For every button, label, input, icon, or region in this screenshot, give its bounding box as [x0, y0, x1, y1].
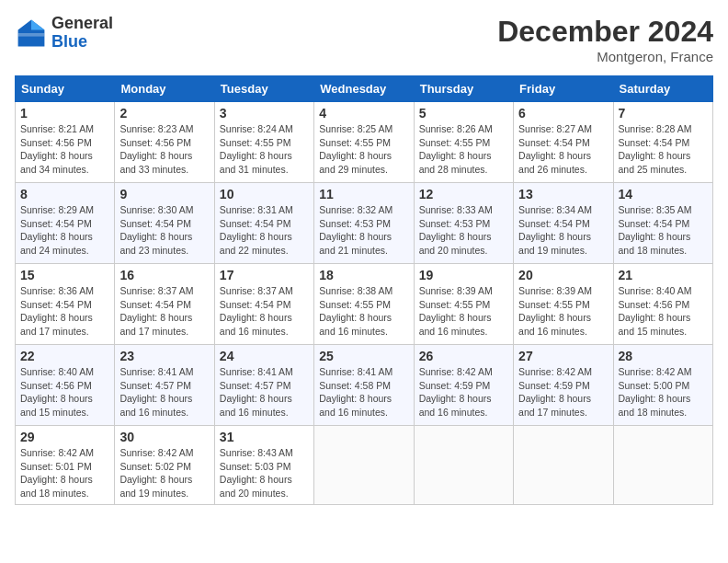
calendar-body: 1Sunrise: 8:21 AM Sunset: 4:56 PM Daylig… — [16, 102, 713, 505]
logo-blue: Blue — [51, 32, 87, 51]
day-info: Sunrise: 8:29 AM Sunset: 4:54 PM Dayligh… — [20, 203, 109, 258]
calendar-cell: 6Sunrise: 8:27 AM Sunset: 4:54 PM Daylig… — [514, 102, 613, 183]
day-number: 23 — [119, 349, 209, 363]
day-number: 13 — [518, 187, 608, 201]
day-number: 27 — [518, 349, 608, 363]
day-info: Sunrise: 8:30 AM Sunset: 4:54 PM Dayligh… — [119, 203, 209, 258]
title-area: December 2024 Montgeron, France — [497, 15, 713, 64]
calendar-cell: 15Sunrise: 8:36 AM Sunset: 4:54 PM Dayli… — [16, 264, 115, 345]
day-info: Sunrise: 8:34 AM Sunset: 4:54 PM Dayligh… — [518, 203, 608, 258]
calendar: SundayMondayTuesdayWednesdayThursdayFrid… — [15, 75, 713, 505]
day-info: Sunrise: 8:28 AM Sunset: 4:54 PM Dayligh… — [619, 122, 708, 177]
day-info: Sunrise: 8:35 AM Sunset: 4:54 PM Dayligh… — [619, 203, 708, 258]
day-info: Sunrise: 8:21 AM Sunset: 4:56 PM Dayligh… — [20, 122, 109, 177]
day-info: Sunrise: 8:37 AM Sunset: 4:54 PM Dayligh… — [119, 284, 209, 339]
day-number: 9 — [119, 187, 209, 201]
weekday-sunday: Sunday — [16, 76, 115, 102]
weekday-header-row: SundayMondayTuesdayWednesdayThursdayFrid… — [16, 76, 713, 102]
day-number: 25 — [319, 349, 408, 363]
calendar-cell — [514, 426, 613, 505]
month-title: December 2024 — [497, 15, 713, 49]
day-number: 10 — [220, 187, 309, 201]
day-info: Sunrise: 8:41 AM Sunset: 4:57 PM Dayligh… — [119, 365, 209, 419]
day-number: 17 — [220, 268, 309, 282]
calendar-cell: 31Sunrise: 8:43 AM Sunset: 5:03 PM Dayli… — [214, 426, 313, 505]
calendar-cell — [414, 426, 513, 505]
calendar-cell: 30Sunrise: 8:42 AM Sunset: 5:02 PM Dayli… — [115, 426, 214, 505]
calendar-cell: 25Sunrise: 8:41 AM Sunset: 4:58 PM Dayli… — [314, 345, 414, 426]
day-info: Sunrise: 8:39 AM Sunset: 4:55 PM Dayligh… — [419, 284, 508, 339]
day-info: Sunrise: 8:41 AM Sunset: 4:58 PM Dayligh… — [319, 365, 408, 419]
calendar-cell: 4Sunrise: 8:25 AM Sunset: 4:55 PM Daylig… — [314, 102, 414, 183]
day-info: Sunrise: 8:33 AM Sunset: 4:53 PM Dayligh… — [419, 203, 508, 258]
calendar-cell: 14Sunrise: 8:35 AM Sunset: 4:54 PM Dayli… — [613, 183, 712, 264]
day-number: 22 — [20, 349, 109, 363]
calendar-cell: 20Sunrise: 8:39 AM Sunset: 4:55 PM Dayli… — [514, 264, 613, 345]
day-info: Sunrise: 8:25 AM Sunset: 4:55 PM Dayligh… — [319, 122, 408, 177]
calendar-cell: 29Sunrise: 8:42 AM Sunset: 5:01 PM Dayli… — [16, 426, 115, 505]
day-info: Sunrise: 8:27 AM Sunset: 4:54 PM Dayligh… — [518, 122, 608, 177]
svg-marker-1 — [31, 19, 44, 29]
day-number: 7 — [619, 106, 708, 121]
logo: General Blue — [15, 15, 113, 52]
calendar-cell: 26Sunrise: 8:42 AM Sunset: 4:59 PM Dayli… — [414, 345, 513, 426]
day-number: 29 — [20, 430, 109, 444]
svg-rect-2 — [18, 33, 45, 37]
day-info: Sunrise: 8:26 AM Sunset: 4:55 PM Dayligh… — [419, 122, 508, 177]
logo-general: General — [51, 14, 113, 32]
calendar-cell: 24Sunrise: 8:41 AM Sunset: 4:57 PM Dayli… — [214, 345, 313, 426]
calendar-cell: 1Sunrise: 8:21 AM Sunset: 4:56 PM Daylig… — [16, 102, 115, 183]
day-number: 26 — [419, 349, 508, 363]
weekday-tuesday: Tuesday — [214, 76, 313, 102]
calendar-cell: 12Sunrise: 8:33 AM Sunset: 4:53 PM Dayli… — [414, 183, 513, 264]
calendar-cell: 2Sunrise: 8:23 AM Sunset: 4:56 PM Daylig… — [115, 102, 214, 183]
calendar-cell: 27Sunrise: 8:42 AM Sunset: 4:59 PM Dayli… — [514, 345, 613, 426]
day-number: 12 — [419, 187, 508, 201]
day-number: 15 — [20, 268, 109, 282]
calendar-cell: 28Sunrise: 8:42 AM Sunset: 5:00 PM Dayli… — [613, 345, 712, 426]
calendar-cell: 17Sunrise: 8:37 AM Sunset: 4:54 PM Dayli… — [214, 264, 313, 345]
calendar-cell — [314, 426, 414, 505]
day-number: 2 — [119, 106, 209, 121]
weekday-thursday: Thursday — [414, 76, 513, 102]
day-info: Sunrise: 8:42 AM Sunset: 5:02 PM Dayligh… — [119, 446, 209, 500]
calendar-cell: 16Sunrise: 8:37 AM Sunset: 4:54 PM Dayli… — [115, 264, 214, 345]
day-number: 16 — [119, 268, 209, 282]
day-info: Sunrise: 8:37 AM Sunset: 4:54 PM Dayligh… — [220, 284, 309, 339]
header: General Blue December 2024 Montgeron, Fr… — [15, 15, 713, 64]
day-info: Sunrise: 8:23 AM Sunset: 4:56 PM Dayligh… — [119, 122, 209, 177]
weekday-monday: Monday — [115, 76, 214, 102]
calendar-cell: 9Sunrise: 8:30 AM Sunset: 4:54 PM Daylig… — [115, 183, 214, 264]
day-number: 24 — [220, 349, 309, 363]
calendar-cell: 18Sunrise: 8:38 AM Sunset: 4:55 PM Dayli… — [314, 264, 414, 345]
day-info: Sunrise: 8:42 AM Sunset: 5:00 PM Dayligh… — [619, 365, 708, 419]
day-info: Sunrise: 8:42 AM Sunset: 4:59 PM Dayligh… — [419, 365, 508, 419]
calendar-cell: 10Sunrise: 8:31 AM Sunset: 4:54 PM Dayli… — [214, 183, 313, 264]
day-number: 3 — [220, 106, 309, 121]
day-number: 14 — [619, 187, 708, 201]
weekday-friday: Friday — [514, 76, 613, 102]
day-number: 28 — [619, 349, 708, 363]
day-number: 11 — [319, 187, 408, 201]
day-number: 20 — [518, 268, 608, 282]
calendar-cell: 5Sunrise: 8:26 AM Sunset: 4:55 PM Daylig… — [414, 102, 513, 183]
day-info: Sunrise: 8:40 AM Sunset: 4:56 PM Dayligh… — [619, 284, 708, 339]
day-info: Sunrise: 8:43 AM Sunset: 5:03 PM Dayligh… — [220, 446, 309, 500]
location: Montgeron, France — [497, 49, 713, 64]
calendar-cell: 11Sunrise: 8:32 AM Sunset: 4:53 PM Dayli… — [314, 183, 414, 264]
day-info: Sunrise: 8:31 AM Sunset: 4:54 PM Dayligh… — [220, 203, 309, 258]
day-info: Sunrise: 8:40 AM Sunset: 4:56 PM Dayligh… — [20, 365, 109, 419]
calendar-cell: 3Sunrise: 8:24 AM Sunset: 4:55 PM Daylig… — [214, 102, 313, 183]
day-number: 1 — [20, 106, 109, 121]
calendar-cell: 23Sunrise: 8:41 AM Sunset: 4:57 PM Dayli… — [115, 345, 214, 426]
calendar-cell: 19Sunrise: 8:39 AM Sunset: 4:55 PM Dayli… — [414, 264, 513, 345]
day-info: Sunrise: 8:41 AM Sunset: 4:57 PM Dayligh… — [220, 365, 309, 419]
day-info: Sunrise: 8:36 AM Sunset: 4:54 PM Dayligh… — [20, 284, 109, 339]
day-number: 8 — [20, 187, 109, 201]
day-number: 18 — [319, 268, 408, 282]
day-info: Sunrise: 8:42 AM Sunset: 5:01 PM Dayligh… — [20, 446, 109, 500]
calendar-cell: 13Sunrise: 8:34 AM Sunset: 4:54 PM Dayli… — [514, 183, 613, 264]
calendar-cell: 22Sunrise: 8:40 AM Sunset: 4:56 PM Dayli… — [16, 345, 115, 426]
day-number: 4 — [319, 106, 408, 121]
calendar-cell — [613, 426, 712, 505]
